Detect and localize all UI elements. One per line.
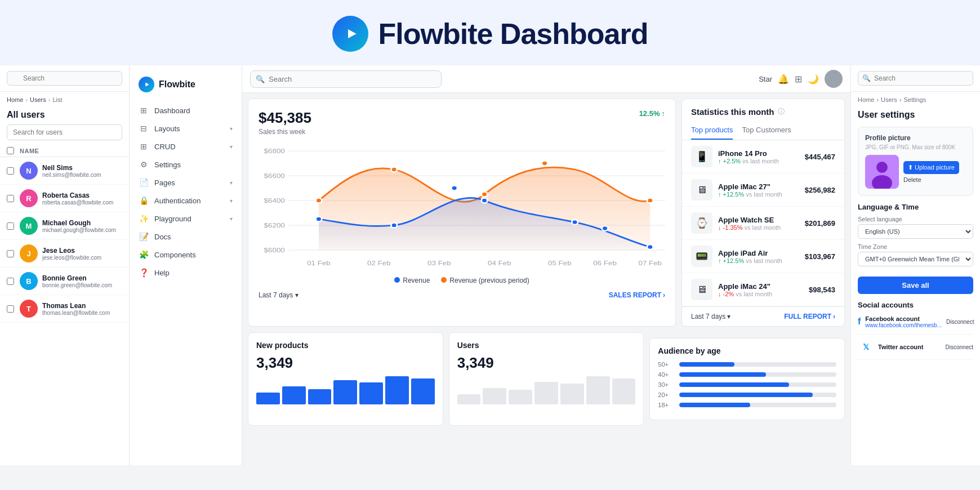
users-bars bbox=[457, 376, 636, 404]
upload-picture-button[interactable]: ⬆ Upload picture bbox=[903, 161, 959, 174]
age-label: 40+ bbox=[658, 371, 675, 378]
user-search-input[interactable] bbox=[7, 124, 122, 140]
product-trend: ↑ +2.5% vs last month bbox=[718, 158, 799, 164]
period-selector[interactable]: Last 7 days ▾ bbox=[259, 291, 299, 299]
timezone-select[interactable]: GMT+0 Greenwich Mean Time (GMT) bbox=[858, 252, 973, 266]
list-item: M Michael Gough michael.gough@flowbite.c… bbox=[0, 212, 129, 240]
user-info: Thomas Lean thomas.lean@flowbite.com bbox=[42, 302, 122, 316]
select-all-checkbox[interactable] bbox=[7, 147, 14, 154]
user-checkbox[interactable] bbox=[7, 195, 14, 202]
list-item: N Neil Sims neil.sims@flowbite.com bbox=[0, 157, 129, 185]
audience-rows: 50+ 40+ 30+ 20+ 18+ bbox=[658, 361, 836, 408]
chevron-down-icon: ▾ bbox=[230, 216, 233, 222]
bell-icon[interactable]: 🔔 bbox=[778, 74, 789, 84]
user-checkbox[interactable] bbox=[7, 222, 14, 230]
age-bar-bg bbox=[679, 362, 836, 367]
user-settings-title: User settings bbox=[851, 108, 980, 127]
sidebar-item-settings[interactable]: ⚙ Settings bbox=[130, 155, 242, 173]
svg-point-26 bbox=[316, 198, 322, 203]
sidebar-item-docs[interactable]: 📝 Docs bbox=[130, 228, 242, 246]
right-panel: 🔍 Home › Users › Settings User settings … bbox=[850, 65, 980, 465]
svg-point-20 bbox=[391, 223, 397, 228]
help-icon: ⓘ bbox=[778, 107, 785, 117]
left-panel: 🔍 Home › Users › List All users NAME N N… bbox=[0, 65, 130, 465]
right-breadcrumb-users[interactable]: Users bbox=[881, 96, 897, 103]
users-card: Users 3,349 bbox=[449, 332, 644, 426]
svg-point-24 bbox=[602, 226, 608, 231]
age-row: 50+ bbox=[658, 361, 836, 368]
sidebar-brand[interactable]: Flowbite bbox=[130, 71, 242, 101]
user-checkbox[interactable] bbox=[7, 278, 14, 285]
user-checkbox[interactable] bbox=[7, 167, 14, 175]
right-breadcrumb: Home › Users › Settings bbox=[851, 92, 980, 108]
breadcrumb-users[interactable]: Users bbox=[30, 96, 46, 103]
sidebar-item-label: Authentication bbox=[154, 197, 201, 205]
product-info: Apple Watch SE ↓ -1.35% vs last month bbox=[718, 216, 799, 231]
save-all-button[interactable]: Save all bbox=[858, 277, 973, 294]
user-info: Neil Sims neil.sims@flowbite.com bbox=[42, 164, 122, 178]
delete-picture-link[interactable]: Delete bbox=[903, 176, 959, 183]
breadcrumb-home[interactable]: Home bbox=[7, 96, 23, 103]
user-checkbox[interactable] bbox=[7, 305, 14, 313]
product-name: Apple Watch SE bbox=[718, 216, 799, 224]
full-report-link[interactable]: FULL REPORT › bbox=[784, 313, 835, 320]
left-search-input[interactable] bbox=[7, 71, 122, 86]
right-breadcrumb-home[interactable]: Home bbox=[858, 96, 874, 103]
sidebar-item-layouts[interactable]: ⊟ Layouts ▾ bbox=[130, 119, 242, 137]
nav-icon: 📄 bbox=[139, 178, 149, 187]
list-item: J Jese Leos jese.leos@flowbite.com bbox=[0, 240, 129, 268]
social-accounts-section: Social accounts f Facebook account www.f… bbox=[851, 301, 980, 371]
profile-picture bbox=[865, 155, 899, 189]
tab-top-customers[interactable]: Top Customers bbox=[742, 121, 791, 140]
twitter-disconnect-link[interactable]: Disconnect bbox=[946, 344, 973, 350]
user-checkbox[interactable] bbox=[7, 250, 14, 257]
nav-icon: ✨ bbox=[139, 214, 149, 223]
svg-point-25 bbox=[647, 244, 653, 250]
svg-text:04 Feb: 04 Feb bbox=[488, 260, 511, 268]
nav-icon: ❓ bbox=[139, 268, 149, 277]
user-info: Bonnie Green bonnie.green@flowbite.com bbox=[42, 274, 122, 288]
product-list: 📱 iPhone 14 Pro ↑ +2.5% vs last month $4… bbox=[682, 140, 844, 306]
user-info: Roberta Casas roberta.casas@flowbite.com bbox=[42, 191, 122, 206]
sidebar-item-pages[interactable]: 📄 Pages ▾ bbox=[130, 173, 242, 191]
chart-section: $45,385 Sales this week 12.5% ↑ bbox=[248, 99, 676, 327]
user-name: Roberta Casas bbox=[42, 191, 122, 199]
svg-text:06 Feb: 06 Feb bbox=[593, 260, 617, 268]
sidebar-item-playground[interactable]: ✨ Playground ▾ bbox=[130, 210, 242, 228]
age-bar bbox=[679, 372, 765, 377]
right-search-input[interactable] bbox=[858, 71, 973, 86]
sales-report-link[interactable]: SALES REPORT › bbox=[609, 291, 665, 299]
language-label: Select language bbox=[858, 216, 973, 222]
svg-point-22 bbox=[482, 198, 488, 203]
facebook-disconnect-link[interactable]: Disconnect bbox=[946, 319, 974, 325]
language-select[interactable]: English (US) bbox=[858, 224, 973, 239]
sidebar-item-dashboard[interactable]: ⊞ Dashboard bbox=[130, 101, 242, 119]
mini-bar bbox=[333, 380, 357, 404]
age-row: 18+ bbox=[658, 402, 836, 408]
product-name: Apple iMac 24" bbox=[718, 282, 803, 291]
stats-period-selector[interactable]: Last 7 days ▾ bbox=[691, 313, 730, 320]
user-avatar[interactable] bbox=[825, 70, 843, 88]
twitter-info: Twitter account bbox=[878, 344, 941, 350]
upload-icon: ⬆ bbox=[908, 164, 913, 171]
tab-top-products[interactable]: Top products bbox=[691, 121, 733, 140]
sidebar-item-authentication[interactable]: 🔒 Authentication ▾ bbox=[130, 191, 242, 210]
profile-picture-label: Profile picture bbox=[865, 134, 966, 142]
topbar-search-input[interactable] bbox=[250, 70, 442, 88]
svg-point-27 bbox=[391, 167, 397, 172]
avatar: R bbox=[20, 189, 38, 207]
chevron-down-icon: ▾ bbox=[230, 198, 233, 204]
sidebar-item-help[interactable]: ❓ Help bbox=[130, 264, 242, 282]
user-email: neil.sims@flowbite.com bbox=[42, 172, 122, 178]
product-price: $103,967 bbox=[805, 252, 835, 261]
svg-text:$6200: $6200 bbox=[264, 222, 285, 230]
svg-point-30 bbox=[647, 198, 653, 203]
sidebar-item-components[interactable]: 🧩 Components bbox=[130, 246, 242, 264]
topbar-search-icon: 🔍 bbox=[256, 75, 265, 83]
star-label[interactable]: Star bbox=[759, 75, 772, 83]
list-item: 🖥 Apple iMac 24" ↓ -2% vs last month $98… bbox=[682, 273, 844, 306]
grid-icon[interactable]: ⊞ bbox=[795, 74, 802, 84]
sidebar-item-crud[interactable]: ⊞ CRUD ▾ bbox=[130, 137, 242, 155]
twitter-account-item: 𝕏 Twitter account Disconnect bbox=[858, 339, 973, 360]
dark-mode-icon[interactable]: 🌙 bbox=[808, 74, 819, 84]
